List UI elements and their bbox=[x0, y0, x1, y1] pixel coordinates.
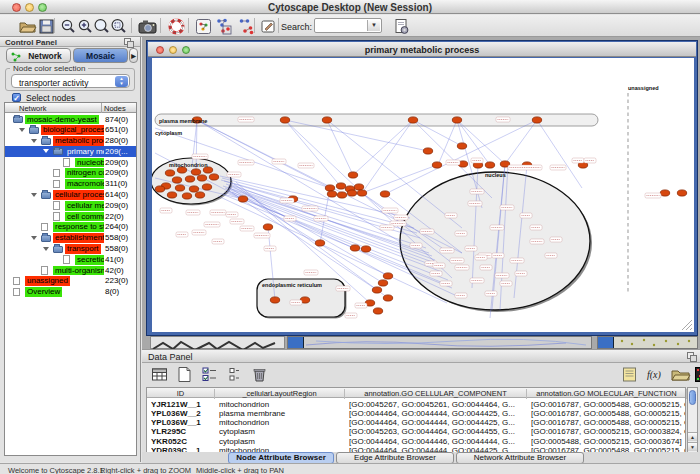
disclosure-triangle-icon[interactable] bbox=[43, 149, 49, 153]
tree-header[interactable]: Network Nodes bbox=[5, 103, 136, 113]
tree-row-overview[interactable]: Overview8(0) bbox=[5, 287, 136, 298]
scrollbar-thumb[interactable] bbox=[689, 390, 696, 405]
tree-row-nucleobase-[interactable]: nucleobase-209(0) bbox=[5, 157, 136, 168]
network-node[interactable] bbox=[348, 172, 357, 178]
node-color-dropdown[interactable]: transporter activity ▲▼ bbox=[11, 74, 130, 88]
table-scrollbar[interactable]: ▲ ▼ bbox=[687, 387, 698, 453]
tab-overflow-arrow[interactable]: ▶ bbox=[129, 48, 138, 63]
help-button[interactable] bbox=[167, 17, 188, 36]
background-window-fragment[interactable] bbox=[287, 336, 592, 349]
notepad-button[interactable] bbox=[620, 365, 641, 384]
network-node[interactable] bbox=[165, 170, 174, 176]
search-dropdown-arrow[interactable]: ▼ bbox=[367, 20, 380, 31]
network-node[interactable] bbox=[336, 183, 345, 189]
tab-mosaic[interactable]: Mosaic bbox=[73, 48, 128, 63]
network-node[interactable] bbox=[270, 297, 279, 303]
background-window-fragment[interactable] bbox=[150, 336, 285, 349]
column-header[interactable]: ID bbox=[147, 389, 215, 399]
background-window-fragment[interactable] bbox=[597, 336, 698, 349]
tab-node-attribute-browser[interactable]: Node Attribute Browser bbox=[228, 452, 334, 464]
overview-button[interactable] bbox=[194, 17, 215, 36]
tree-row-biological-process[interactable]: biological_process651(0) bbox=[5, 125, 136, 136]
network-node[interactable] bbox=[172, 177, 181, 183]
table-row[interactable]: YJR121W__1mitochondrion[GO:0045267, GO:0… bbox=[147, 400, 685, 409]
network-node[interactable] bbox=[337, 192, 346, 198]
network-node[interactable] bbox=[372, 287, 381, 293]
tree-row-transport[interactable]: transport558(0) bbox=[5, 244, 136, 255]
network-node[interactable] bbox=[315, 240, 324, 246]
fx-button[interactable]: f(x) bbox=[645, 365, 666, 384]
import-button[interactable] bbox=[392, 17, 413, 36]
data-panel-float-icon[interactable] bbox=[687, 352, 694, 359]
table-row[interactable]: YLR295Ccytoplasm[GO:0045263, GO:0044464,… bbox=[147, 427, 685, 436]
tree-row-cellular-metabo[interactable]: cellular metabo209(0) bbox=[5, 200, 136, 211]
tree-row-cellular-process[interactable]: cellular process614(0) bbox=[5, 190, 136, 201]
disclosure-triangle-icon[interactable] bbox=[19, 128, 25, 132]
network-node[interactable] bbox=[408, 117, 417, 123]
scroll-up-button[interactable]: ▲ bbox=[688, 432, 697, 441]
select-nodes-checkbox[interactable]: ✓ bbox=[12, 93, 21, 102]
column-header[interactable]: annotation.GO CELLULAR_COMPONENT bbox=[345, 389, 527, 399]
tree-row-multi-organism-pro[interactable]: multi-organism pro42(0) bbox=[5, 265, 136, 276]
network-node[interactable] bbox=[209, 174, 218, 180]
network-node[interactable] bbox=[383, 295, 392, 301]
network-node[interactable] bbox=[263, 224, 272, 230]
tree-row-cell-communicat[interactable]: cell communicat22(0) bbox=[5, 211, 136, 222]
network-node[interactable] bbox=[327, 191, 336, 197]
snapshot-button[interactable] bbox=[137, 17, 158, 36]
network-node[interactable] bbox=[175, 185, 184, 191]
network-node[interactable] bbox=[361, 246, 370, 252]
tree-row-mosaic-demo-yeast[interactable]: mosaic-demo-yeast874(0) bbox=[5, 114, 136, 125]
tree-row-response-to-stimulu[interactable]: response to stimulu264(0) bbox=[5, 222, 136, 233]
tree-row-establishment-of-lo[interactable]: establishment of lo558(0) bbox=[5, 233, 136, 244]
network-node[interactable] bbox=[191, 169, 200, 175]
float-panel-icon[interactable] bbox=[124, 38, 131, 45]
table-row[interactable]: YPL036W__2plasma membrane[GO:0044464, GO… bbox=[147, 409, 685, 418]
network-node[interactable] bbox=[383, 273, 392, 279]
network-node[interactable] bbox=[380, 191, 389, 197]
table-row[interactable]: YPL036W__1mitochondrion[GO:0044464, GO:0… bbox=[147, 418, 685, 427]
disclosure-triangle-icon[interactable] bbox=[31, 236, 37, 240]
column-header[interactable]: annotation.GO MOLECULAR_FUNCTION bbox=[527, 389, 687, 399]
tree-row-metabolic-process[interactable]: metabolic process280(0) bbox=[5, 136, 136, 147]
network-node[interactable] bbox=[167, 192, 176, 198]
tab-edge-attribute-browser[interactable]: Edge Attribute Browser bbox=[336, 452, 454, 464]
network-node[interactable] bbox=[660, 190, 669, 196]
network-node[interactable] bbox=[322, 117, 331, 123]
network-node[interactable] bbox=[485, 162, 494, 168]
disclosure-triangle-icon[interactable] bbox=[43, 247, 49, 251]
resize-grip[interactable] bbox=[690, 328, 692, 330]
network-node[interactable] bbox=[238, 196, 247, 202]
zoom-selected-button[interactable] bbox=[109, 17, 130, 36]
column-header[interactable]: _cellularLayoutRegion bbox=[215, 389, 345, 399]
network-node[interactable] bbox=[423, 148, 432, 154]
tree-row-macromolecule[interactable]: macromolecule311(0) bbox=[5, 179, 136, 190]
network-node[interactable] bbox=[677, 190, 686, 196]
network-node[interactable] bbox=[182, 193, 191, 199]
new-button[interactable] bbox=[175, 365, 196, 384]
network-node[interactable] bbox=[202, 184, 211, 190]
annotation-button[interactable] bbox=[259, 17, 280, 36]
network-node[interactable] bbox=[432, 162, 441, 168]
network-node[interactable] bbox=[280, 117, 289, 123]
network-node[interactable] bbox=[357, 190, 366, 196]
disclosure-triangle-icon[interactable] bbox=[31, 193, 37, 197]
layout-a-button[interactable] bbox=[214, 17, 235, 36]
trash-button[interactable] bbox=[250, 365, 271, 384]
tree-row-secretion[interactable]: secretion41(0) bbox=[5, 254, 136, 265]
network-node[interactable] bbox=[347, 190, 356, 196]
network-node[interactable] bbox=[373, 308, 382, 314]
tab-network[interactable]: Network bbox=[6, 48, 71, 63]
folder-button[interactable] bbox=[670, 365, 691, 384]
tree-row-unassigned[interactable]: unassigned223(0) bbox=[5, 276, 136, 287]
matrix-button[interactable] bbox=[693, 365, 700, 384]
network-node[interactable] bbox=[189, 186, 198, 192]
open-button[interactable] bbox=[18, 17, 39, 36]
tab-network-attribute-browser[interactable]: Network Attribute Browser bbox=[456, 452, 584, 464]
network-node[interactable] bbox=[195, 192, 204, 198]
network-node[interactable] bbox=[452, 117, 461, 123]
network-node[interactable] bbox=[350, 245, 359, 251]
search-input[interactable]: ▼ bbox=[314, 18, 382, 33]
network-node[interactable] bbox=[185, 176, 194, 182]
disclosure-triangle-icon[interactable] bbox=[31, 139, 37, 143]
